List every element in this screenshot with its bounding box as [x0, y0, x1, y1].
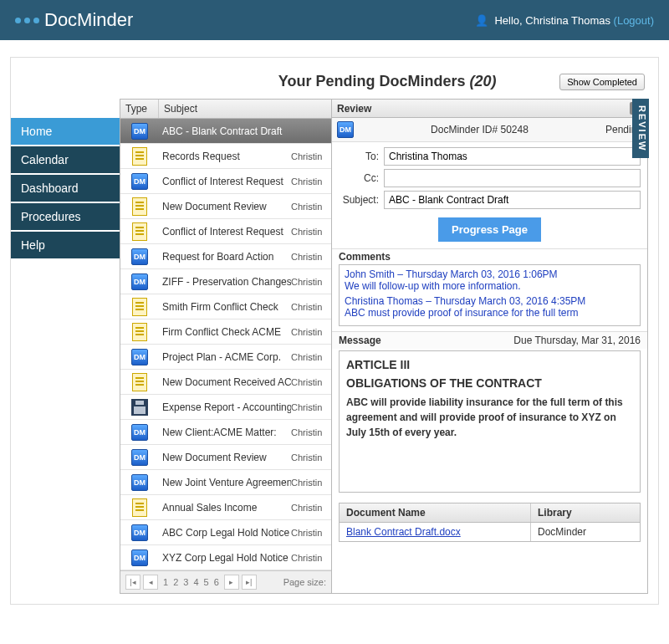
document-icon: [132, 298, 147, 316]
dm-icon: DM: [131, 474, 148, 491]
nav-dashboard[interactable]: Dashboard: [11, 175, 120, 202]
col-type[interactable]: Type: [120, 100, 159, 118]
dm-icon: DM: [131, 349, 148, 365]
table-row[interactable]: DMXYZ Corp Legal Hold NoticeChristin: [120, 545, 331, 570]
nav-calendar[interactable]: Calendar: [11, 146, 120, 173]
row-subject: New Client:ACME Matter:: [159, 427, 291, 438]
table-row[interactable]: Expense Report - AccountingChristin: [120, 395, 331, 420]
nav-help[interactable]: Help: [11, 232, 120, 258]
subject-field[interactable]: [384, 191, 641, 209]
table-row[interactable]: Smith Firm Conflict CheckChristin: [120, 294, 331, 319]
row-owner: Christin: [291, 202, 331, 212]
pager-page[interactable]: 6: [212, 577, 222, 587]
row-owner: Christin: [291, 478, 331, 488]
table-row[interactable]: Firm Conflict Check ACMEChristin: [120, 319, 331, 345]
dm-icon: DM: [131, 424, 148, 441]
message-body[interactable]: ARTICLE III OBLIGATIONS OF THE CONTRACT …: [339, 350, 641, 493]
comment-body: We will follow-up with more information.: [345, 280, 635, 292]
document-library: DocMinder: [531, 523, 640, 541]
dm-icon: DM: [131, 123, 148, 140]
table-row[interactable]: Annual Sales IncomeChristin: [120, 495, 331, 520]
document-table: Document Name Library Blank Contract Dra…: [339, 503, 641, 542]
row-owner: Christin: [291, 377, 331, 387]
logout-link[interactable]: (Logout): [614, 14, 654, 27]
pager-page[interactable]: 1: [161, 577, 171, 587]
table-row[interactable]: Records RequestChristin: [120, 144, 331, 169]
progress-page-button[interactable]: Progress Page: [438, 217, 541, 242]
pager-page[interactable]: 2: [171, 577, 181, 587]
msg-h1: ARTICLE III: [346, 358, 633, 371]
sidebar: HomeCalendarDashboardProceduresHelp: [11, 68, 120, 594]
document-icon: [132, 147, 147, 166]
message-label: Message: [339, 335, 381, 346]
table-row[interactable]: New Document ReviewChristin: [120, 194, 331, 219]
col-subject[interactable]: Subject: [159, 100, 331, 118]
table-row[interactable]: DMNew Client:ACME Matter:Christin: [120, 420, 331, 445]
table-row[interactable]: DMNew Document ReviewChristin: [120, 445, 331, 470]
document-icon: [132, 323, 147, 341]
row-owner: Christin: [291, 427, 331, 437]
table-row[interactable]: DMConflict of Interest RequestChristin: [120, 169, 331, 194]
dm-icon: DM: [131, 524, 148, 541]
row-owner: Christin: [291, 452, 331, 463]
brand: DocMinder: [15, 9, 133, 31]
table-row[interactable]: DMABC - Blank Contract Draft: [120, 119, 331, 144]
comment-body: ABC must provide proof of insurance for …: [345, 307, 635, 319]
page-size-label: Page size:: [283, 577, 326, 587]
comments-section: Comments John Smith – Thursday March 03,…: [332, 249, 647, 331]
table-row[interactable]: DMNew Joint Venture AgreementChristin: [120, 470, 331, 495]
pager-page[interactable]: 4: [191, 577, 201, 587]
row-subject: Expense Report - Accounting: [159, 401, 291, 413]
form-area: To: Cc: Subject: Progress Page: [332, 142, 647, 249]
review-side-tab[interactable]: REVIEW: [632, 99, 649, 158]
row-subject: XYZ Corp Legal Hold Notice: [159, 552, 291, 564]
nav-procedures[interactable]: Procedures: [11, 203, 120, 230]
row-owner: Christin: [291, 227, 331, 237]
to-field[interactable]: [384, 147, 641, 166]
pager-prev-icon[interactable]: ◂: [143, 575, 158, 590]
top-bar: DocMinder 👤 Hello, Christina Thomas (Log…: [0, 0, 669, 40]
table-row[interactable]: DMZIFF - Preservation ChangesChristin: [120, 269, 331, 294]
pager-page[interactable]: 5: [202, 577, 212, 587]
pager: |◂ ◂ 123456 ▸ ▸| Page size:: [120, 570, 331, 593]
pager-next-icon[interactable]: ▸: [224, 575, 239, 590]
doc-col-library[interactable]: Library: [531, 503, 640, 522]
row-owner: Christin: [291, 277, 331, 287]
user-icon: 👤: [475, 14, 488, 27]
doc-col-name[interactable]: Document Name: [340, 503, 531, 522]
document-icon: [132, 222, 147, 241]
table-row[interactable]: Conflict of Interest RequestChristin: [120, 219, 331, 244]
nav-home[interactable]: Home: [11, 118, 120, 145]
row-subject: Conflict of Interest Request: [159, 226, 291, 238]
document-link[interactable]: Blank Contract Draft.docx: [346, 526, 461, 538]
message-header: Message Due Thursday, Mar 31, 2016: [332, 331, 647, 349]
row-owner: Christin: [291, 553, 331, 563]
row-subject: ABC Corp Legal Hold Notice: [159, 527, 291, 539]
disk-icon: [131, 399, 148, 416]
pager-last-icon[interactable]: ▸|: [242, 575, 257, 590]
row-subject: ZIFF - Preservation Changes: [159, 276, 291, 288]
document-icon: [132, 498, 147, 517]
row-owner: Christin: [291, 302, 331, 312]
row-subject: New Document Received ACME: [159, 376, 291, 388]
table-row[interactable]: DMABC Corp Legal Hold NoticeChristin: [120, 520, 331, 545]
row-owner: Christin: [291, 176, 331, 187]
user-greeting: Hello, Christina Thomas: [494, 14, 610, 27]
row-owner: Christin: [291, 528, 331, 538]
pager-first-icon[interactable]: |◂: [125, 575, 140, 590]
brand-dots-icon: [15, 18, 39, 23]
table-row[interactable]: DMRequest for Board ActionChristin: [120, 244, 331, 269]
id-bar: DM DocMinder ID# 50248 Pending: [332, 118, 647, 142]
pager-page[interactable]: 3: [181, 577, 191, 587]
container: HomeCalendarDashboardProceduresHelp Your…: [10, 57, 659, 605]
row-owner: Christin: [291, 151, 331, 161]
table-row[interactable]: DMProject Plan - ACME Corp.Christin: [120, 345, 331, 370]
review-header: Review ✕: [332, 100, 647, 118]
columns: REVIEW Type Subject DMABC - Blank Contra…: [120, 99, 648, 594]
table-row[interactable]: New Document Received ACMEChristin: [120, 370, 331, 395]
show-completed-button[interactable]: Show Completed: [559, 74, 645, 90]
cc-field[interactable]: [384, 169, 641, 187]
row-subject: New Document Review: [159, 452, 291, 463]
row-subject: Conflict of Interest Request: [159, 176, 291, 187]
dm-icon: DM: [131, 173, 148, 190]
